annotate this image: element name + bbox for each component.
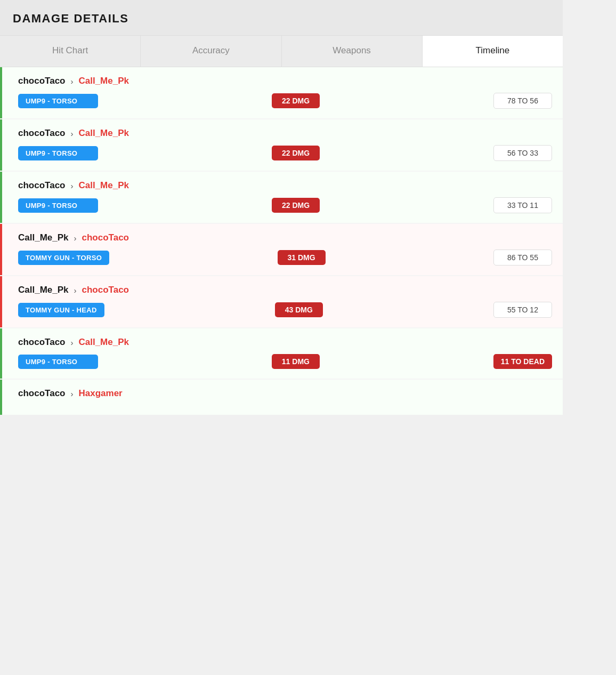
damage-badge: 22 DMG	[272, 146, 320, 160]
health-badge: 56 TO 33	[493, 145, 552, 161]
timeline-item: chocoTaco›Call_Me_PkUMP9 - TORSO22 DMG33…	[0, 172, 563, 223]
health-badge: 55 TO 12	[493, 302, 552, 318]
event-header: chocoTaco›Call_Me_Pk	[18, 76, 552, 86]
arrow-icon: ›	[70, 181, 73, 190]
event-victim: Call_Me_Pk	[78, 337, 129, 348]
timeline-item: chocoTaco›Call_Me_PkUMP9 - TORSO22 DMG56…	[0, 119, 563, 171]
event-victim: Call_Me_Pk	[78, 180, 129, 191]
damage-badge: 43 DMG	[275, 302, 323, 317]
event-header: chocoTaco›Call_Me_Pk	[18, 337, 552, 348]
event-header: Call_Me_Pk›chocoTaco	[18, 232, 552, 243]
event-details: UMP9 - TORSO22 DMG33 TO 11	[18, 197, 552, 213]
event-victim: chocoTaco	[82, 285, 129, 295]
arrow-icon: ›	[74, 234, 77, 243]
event-details: UMP9 - TORSO22 DMG78 TO 56	[18, 93, 552, 109]
event-victim: chocoTaco	[82, 232, 129, 243]
timeline-list: chocoTaco›Call_Me_PkUMP9 - TORSO22 DMG78…	[0, 67, 563, 415]
health-badge: 78 TO 56	[493, 93, 552, 109]
event-header: Call_Me_Pk›chocoTaco	[18, 285, 552, 295]
page-wrapper: DAMAGE DETAILS Hit ChartAccuracyWeaponsT…	[0, 0, 563, 415]
arrow-icon: ›	[70, 389, 73, 398]
weapon-badge: TOMMY GUN - HEAD	[18, 303, 104, 317]
timeline-item: chocoTaco›Call_Me_PkUMP9 - TORSO22 DMG78…	[0, 67, 563, 118]
damage-badge: 22 DMG	[272, 198, 320, 213]
tab-timeline[interactable]: Timeline	[423, 36, 563, 67]
health-badge: 33 TO 11	[493, 197, 552, 213]
event-attacker: Call_Me_Pk	[18, 285, 69, 295]
arrow-icon: ›	[70, 338, 73, 347]
event-attacker: chocoTaco	[18, 180, 65, 191]
tab-hit-chart[interactable]: Hit Chart	[0, 36, 141, 67]
event-attacker: chocoTaco	[18, 128, 65, 139]
weapon-badge: UMP9 - TORSO	[18, 94, 98, 108]
event-details: UMP9 - TORSO11 DMG11 TO DEAD	[18, 354, 552, 369]
event-attacker: Call_Me_Pk	[18, 232, 69, 243]
weapon-badge: TOMMY GUN - TORSO	[18, 251, 109, 265]
event-header: chocoTaco›Call_Me_Pk	[18, 128, 552, 139]
timeline-item: chocoTaco›Haxgamer	[0, 380, 563, 415]
weapon-badge: UMP9 - TORSO	[18, 146, 98, 160]
event-details: UMP9 - TORSO22 DMG56 TO 33	[18, 145, 552, 161]
timeline-item: Call_Me_Pk›chocoTacoTOMMY GUN - HEAD43 D…	[0, 276, 563, 327]
damage-badge: 31 DMG	[278, 250, 326, 265]
tab-weapons[interactable]: Weapons	[282, 36, 423, 67]
event-victim: Call_Me_Pk	[78, 76, 129, 86]
event-victim: Call_Me_Pk	[78, 128, 129, 139]
tabs-bar: Hit ChartAccuracyWeaponsTimeline	[0, 36, 563, 67]
arrow-icon: ›	[70, 129, 73, 138]
weapon-badge: UMP9 - TORSO	[18, 355, 98, 369]
arrow-icon: ›	[74, 286, 77, 295]
event-header: chocoTaco›Haxgamer	[18, 388, 552, 399]
event-details: TOMMY GUN - HEAD43 DMG55 TO 12	[18, 302, 552, 318]
event-attacker: chocoTaco	[18, 388, 65, 399]
health-badge: 11 TO DEAD	[493, 354, 552, 369]
timeline-item: chocoTaco›Call_Me_PkUMP9 - TORSO11 DMG11…	[0, 328, 563, 379]
tab-accuracy[interactable]: Accuracy	[141, 36, 281, 67]
event-victim: Haxgamer	[78, 388, 122, 399]
event-attacker: chocoTaco	[18, 337, 65, 348]
event-header: chocoTaco›Call_Me_Pk	[18, 180, 552, 191]
timeline-item: Call_Me_Pk›chocoTacoTOMMY GUN - TORSO31 …	[0, 224, 563, 275]
weapon-badge: UMP9 - TORSO	[18, 198, 98, 213]
event-attacker: chocoTaco	[18, 76, 65, 86]
damage-badge: 11 DMG	[272, 354, 320, 369]
health-badge: 86 TO 55	[493, 250, 552, 266]
header: DAMAGE DETAILS	[0, 0, 563, 36]
page-title: DAMAGE DETAILS	[13, 12, 550, 26]
arrow-icon: ›	[70, 77, 73, 86]
event-details: TOMMY GUN - TORSO31 DMG86 TO 55	[18, 250, 552, 266]
damage-badge: 22 DMG	[272, 93, 320, 108]
